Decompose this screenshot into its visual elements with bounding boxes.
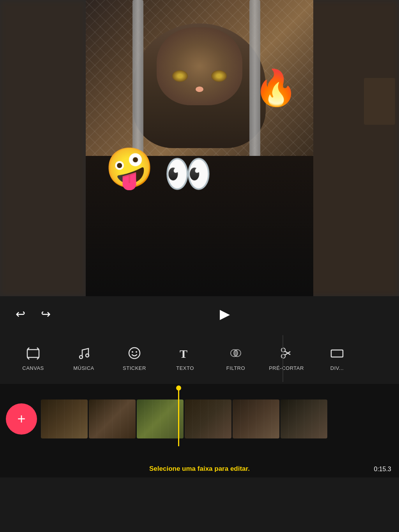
tool-canvas[interactable]: CANVAS [8, 339, 58, 378]
play-button[interactable]: ▶ [220, 306, 230, 322]
tool-texto[interactable]: T TEXTO [160, 339, 210, 378]
toolbar: ↩ ↪ ▶ [0, 296, 399, 331]
tool-sticker[interactable]: STICKER [109, 339, 160, 378]
svg-point-6 [86, 354, 89, 357]
tool-pre-cortar[interactable]: PRÉ-CORTAR [261, 339, 312, 378]
cat-face [157, 27, 242, 105]
right-mini-preview [364, 78, 395, 125]
svg-point-7 [129, 348, 140, 359]
cat-nose [196, 87, 203, 92]
tool-texto-label: TEXTO [176, 365, 194, 371]
timeline-clips [41, 399, 399, 438]
filter-icon [229, 346, 243, 362]
svg-point-15 [281, 348, 285, 352]
tool-pre-cortar-label: PRÉ-CORTAR [269, 365, 304, 371]
main-video-frame: 🔥 🤪 👀 [86, 0, 313, 296]
svg-text:T: T [180, 347, 187, 360]
canvas-icon [26, 346, 40, 362]
select-hint: Selecione uma faixa para editar. [149, 465, 250, 473]
cat-eye-left [172, 70, 188, 82]
tool-div[interactable]: DIV... [312, 339, 362, 378]
clip-6[interactable] [281, 399, 327, 438]
tool-musica[interactable]: MÚSICA [58, 339, 109, 378]
music-icon [77, 346, 91, 362]
sticker-icon [127, 346, 141, 362]
video-preview: 🔥 🤪 👀 [0, 0, 399, 296]
clip-4[interactable] [185, 399, 231, 438]
svg-point-8 [132, 351, 133, 353]
tool-div-label: DIV... [330, 365, 344, 371]
dark-bottom: 🤪 👀 [86, 156, 313, 296]
sticker-face[interactable]: 🤪 [105, 148, 154, 187]
tool-sticker-label: STICKER [123, 365, 146, 371]
div-icon [330, 346, 344, 362]
scissors-icon [279, 346, 293, 362]
svg-rect-0 [27, 350, 39, 357]
clip-1[interactable] [41, 399, 88, 438]
svg-rect-18 [331, 350, 343, 357]
tool-filtro[interactable]: FILTRO [210, 339, 261, 378]
clip-3[interactable] [137, 399, 184, 438]
clip-5[interactable] [233, 399, 279, 438]
timeline: + Selecione uma faixa para editar. 0:15.… [0, 384, 399, 477]
fence-bar-left [132, 0, 143, 156]
sticker-eyes[interactable]: 👀 [164, 154, 212, 193]
text-icon: T [178, 346, 192, 362]
undo-button[interactable]: ↩ [16, 307, 25, 321]
cat-eye-right [211, 70, 227, 82]
timer: 0:15.3 [374, 466, 391, 473]
sticker-fire[interactable]: 🔥 [254, 70, 298, 105]
tool-canvas-label: CANVAS [22, 365, 44, 371]
timeline-scroll[interactable]: + [0, 392, 399, 446]
svg-point-14 [281, 354, 285, 358]
svg-point-5 [79, 355, 83, 359]
playhead[interactable] [178, 388, 179, 446]
tools-row: CANVAS MÚSICA STICKER T [0, 335, 399, 382]
svg-point-9 [136, 351, 137, 353]
tool-filtro-label: FILTRO [226, 365, 245, 371]
add-clip-button[interactable]: + [6, 403, 37, 435]
cat-background: 🔥 [86, 0, 313, 156]
redo-button[interactable]: ↪ [41, 307, 51, 321]
tool-divider [282, 335, 283, 382]
svg-point-13 [234, 350, 237, 357]
tool-musica-label: MÚSICA [73, 365, 94, 371]
left-blur [0, 0, 86, 296]
clip-2[interactable] [89, 399, 136, 438]
